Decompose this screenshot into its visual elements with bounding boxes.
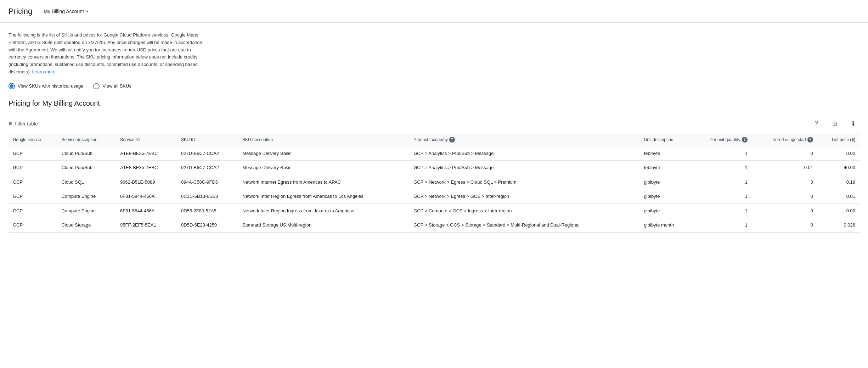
cell-service-description: Cloud Pub/Sub bbox=[57, 146, 116, 161]
view-options-group: View SKUs with historical usage View all… bbox=[9, 83, 859, 89]
info-paragraph: The following is the list of SKUs and pr… bbox=[9, 32, 207, 76]
cell-service-id: 6F81-5844-456A bbox=[116, 203, 177, 218]
cell-sku-id: 0D56-2F80-52A5 bbox=[177, 203, 238, 218]
chevron-down-icon: ▾ bbox=[86, 9, 88, 14]
cell-google-service: GCP bbox=[9, 175, 57, 189]
cell-sku-id: 0D5D-6E23-4250 bbox=[177, 218, 238, 233]
cell-per-unit-quantity: 1 bbox=[691, 175, 752, 189]
table-row: GCP Cloud Pub/Sub A1E8-BE35-7EBC 027D-B6… bbox=[9, 161, 859, 175]
table-row: GCP Cloud SQL 9662-B51E-5089 094A-C58C-9… bbox=[9, 175, 859, 189]
table-row: GCP Cloud Pub/Sub A1E8-BE35-7EBC 027D-B6… bbox=[9, 146, 859, 161]
col-service-description: Service description bbox=[57, 133, 116, 146]
table-row: GCP Compute Engine 6F81-5844-456A 0D56-2… bbox=[9, 203, 859, 218]
pricing-table: Google service Service description Servi… bbox=[9, 133, 859, 233]
cell-sku-id: 027D-B6C7-CCA2 bbox=[177, 161, 238, 175]
cell-service-id: 9662-B51E-5089 bbox=[116, 175, 177, 189]
cell-sku-id: 0C3C-6B13-B1E8 bbox=[177, 189, 238, 204]
cell-google-service: GCP bbox=[9, 218, 57, 233]
cell-service-description: Compute Engine bbox=[57, 189, 116, 204]
cell-product-taxonomy: GCP > Network > Egress > Cloud SQL > Pre… bbox=[409, 175, 639, 189]
cell-product-taxonomy: GCP > Analytics > Pub/Sub > Message bbox=[409, 146, 639, 161]
cell-tiered-usage-start: 0 bbox=[752, 146, 817, 161]
radio-historical-usage[interactable]: View SKUs with historical usage bbox=[9, 83, 83, 89]
cell-unit-description: tebibyte bbox=[640, 146, 691, 161]
cell-product-taxonomy: GCP > Storage > GCS > Storage > Standard… bbox=[409, 218, 639, 233]
cell-service-id: 95FF-2EF5-5EA1 bbox=[116, 218, 177, 233]
col-product-taxonomy: Product taxonomy ? bbox=[409, 133, 639, 146]
download-button[interactable]: ⬇ bbox=[847, 117, 859, 130]
cell-product-taxonomy: GCP > Network > Egress > GCE > Inter-reg… bbox=[409, 189, 639, 204]
col-unit-description: Unit description bbox=[640, 133, 691, 146]
radio-all-label: View all SKUs bbox=[102, 83, 131, 89]
table-toolbar: ≡ Filter table ? ⊞ ⬇ bbox=[9, 115, 859, 133]
help-icon: ? bbox=[815, 120, 818, 127]
radio-all-skus[interactable]: View all SKUs bbox=[93, 83, 131, 89]
col-service-id: Service ID bbox=[116, 133, 177, 146]
col-tiered-usage-start: Tiered usage start ? bbox=[752, 133, 817, 146]
filter-area: ≡ Filter table bbox=[9, 121, 38, 127]
cell-google-service: GCP bbox=[9, 189, 57, 204]
cell-product-taxonomy: GCP > Compute > GCE > Ingress > Inter-re… bbox=[409, 203, 639, 218]
col-list-price: List price ($) bbox=[817, 133, 859, 146]
cell-list-price: 40.00 bbox=[817, 161, 859, 175]
cell-service-id: A1E8-BE35-7EBC bbox=[116, 146, 177, 161]
tiered-usage-help-icon[interactable]: ? bbox=[807, 137, 813, 143]
page-title: Pricing bbox=[9, 7, 32, 16]
cell-product-taxonomy: GCP > Analytics > Pub/Sub > Message bbox=[409, 161, 639, 175]
cell-sku-description: Standard Storage US Multi-region bbox=[238, 218, 409, 233]
cell-unit-description: gibibyte bbox=[640, 189, 691, 204]
cell-google-service: GCP bbox=[9, 203, 57, 218]
cell-tiered-usage-start: 0 bbox=[752, 175, 817, 189]
table-row: GCP Cloud Storage 95FF-2EF5-5EA1 0D5D-6E… bbox=[9, 218, 859, 233]
cell-sku-description: Message Delivery Basic bbox=[238, 146, 409, 161]
cell-unit-description: gibibyte bbox=[640, 203, 691, 218]
cell-service-id: A1E8-BE35-7EBC bbox=[116, 161, 177, 175]
cell-tiered-usage-start: 0 bbox=[752, 218, 817, 233]
cell-sku-description: Network Inter Region Ingress from Jakart… bbox=[238, 203, 409, 218]
col-google-service: Google service bbox=[9, 133, 57, 146]
learn-more-link[interactable]: Learn more bbox=[32, 69, 55, 74]
cell-service-description: Cloud Pub/Sub bbox=[57, 161, 116, 175]
cell-service-description: Compute Engine bbox=[57, 203, 116, 218]
cell-unit-description: tebibyte bbox=[640, 161, 691, 175]
cell-list-price: 0.00 bbox=[817, 146, 859, 161]
cell-list-price: 0.19 bbox=[817, 175, 859, 189]
cell-unit-description: gibibyte month bbox=[640, 218, 691, 233]
cell-per-unit-quantity: 1 bbox=[691, 218, 752, 233]
info-text-content: The following is the list of SKUs and pr… bbox=[9, 32, 202, 74]
cell-service-description: Cloud Storage bbox=[57, 218, 116, 233]
cell-list-price: 0.026 bbox=[817, 218, 859, 233]
cell-google-service: GCP bbox=[9, 161, 57, 175]
cell-tiered-usage-start: 0.01 bbox=[752, 161, 817, 175]
cell-sku-description: Network Internet Egress from Americas to… bbox=[238, 175, 409, 189]
cell-list-price: 0.00 bbox=[817, 203, 859, 218]
billing-account-label: My Billing Account bbox=[44, 9, 84, 14]
table-header-row: Google service Service description Servi… bbox=[9, 133, 859, 146]
help-button[interactable]: ? bbox=[810, 117, 823, 130]
cell-sku-description: Network Inter Region Egress from America… bbox=[238, 189, 409, 204]
col-sku-id[interactable]: SKU ID ↑ bbox=[177, 133, 238, 146]
cell-per-unit-quantity: 1 bbox=[691, 203, 752, 218]
cell-tiered-usage-start: 0 bbox=[752, 189, 817, 204]
cell-service-id: 6F81-5844-456A bbox=[116, 189, 177, 204]
cell-sku-id: 027D-B6C7-CCA2 bbox=[177, 146, 238, 161]
header: Pricing My Billing Account ▾ bbox=[0, 0, 868, 23]
col-per-unit-quantity: Per unit quantity ? bbox=[691, 133, 752, 146]
toolbar-icons: ? ⊞ ⬇ bbox=[810, 117, 859, 130]
filter-label[interactable]: Filter table bbox=[15, 121, 38, 127]
cell-google-service: GCP bbox=[9, 146, 57, 161]
radio-historical-label: View SKUs with historical usage bbox=[18, 83, 83, 89]
column-visibility-button[interactable]: ⊞ bbox=[828, 117, 841, 130]
billing-account-selector[interactable]: My Billing Account ▾ bbox=[41, 6, 91, 16]
cell-tiered-usage-start: 0 bbox=[752, 203, 817, 218]
section-title: Pricing for My Billing Account bbox=[9, 99, 859, 107]
product-taxonomy-help-icon[interactable]: ? bbox=[449, 137, 455, 143]
download-icon: ⬇ bbox=[851, 120, 856, 128]
col-sku-description: SKU description bbox=[238, 133, 409, 146]
cell-unit-description: gibibyte bbox=[640, 175, 691, 189]
content-area: The following is the list of SKUs and pr… bbox=[0, 23, 868, 233]
per-unit-help-icon[interactable]: ? bbox=[742, 137, 748, 143]
cell-sku-description: Message Delivery Basic bbox=[238, 161, 409, 175]
radio-empty-icon bbox=[93, 83, 100, 89]
table-row: GCP Compute Engine 6F81-5844-456A 0C3C-6… bbox=[9, 189, 859, 204]
